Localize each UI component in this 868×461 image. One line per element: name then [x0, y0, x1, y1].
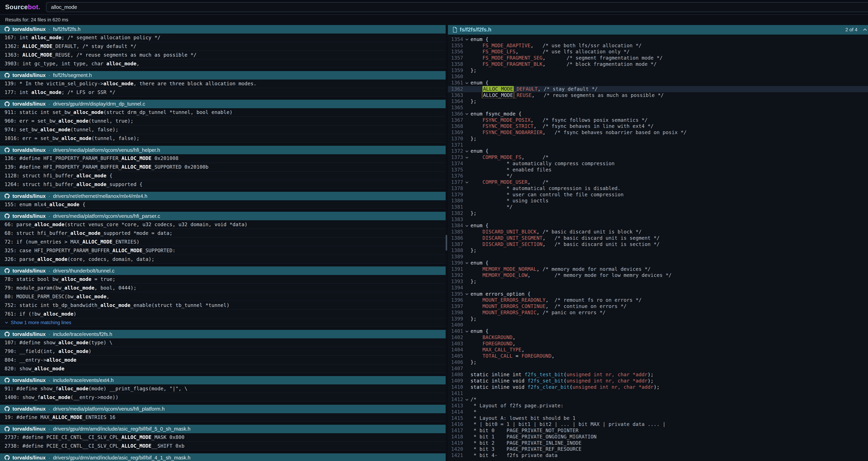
fold-toggle[interactable]: [463, 285, 470, 291]
fold-toggle[interactable]: [463, 210, 470, 217]
file-group-header[interactable]: torvalds/linux · drivers/gpu/drm/amd/inc…: [0, 453, 446, 461]
fold-toggle[interactable]: [463, 192, 470, 198]
file-group-header[interactable]: torvalds/linux · drivers/media/platform/…: [0, 146, 446, 154]
show-more-link[interactable]: Show 1 more matching lines: [0, 318, 446, 327]
fold-toggle[interactable]: [463, 61, 470, 67]
panel-resizer[interactable]: [446, 25, 448, 461]
fold-toggle[interactable]: [463, 241, 470, 248]
fold-toggle[interactable]: [463, 105, 470, 111]
file-group-header[interactable]: torvalds/linux · drivers/thunderbolt/tun…: [0, 266, 446, 275]
file-group-header[interactable]: torvalds/linux · drivers/media/platform/…: [0, 405, 446, 413]
match-row[interactable]: 78:static bool bw_alloc_mode = true;: [0, 275, 446, 284]
prev-match-button[interactable]: [863, 27, 867, 32]
match-row[interactable]: 155:enum mlx4_alloc_mode {: [0, 200, 446, 209]
fold-toggle[interactable]: [463, 117, 470, 123]
fold-toggle[interactable]: [463, 86, 470, 92]
match-row[interactable]: 761:if (!bw_alloc_mode): [0, 310, 446, 318]
match-row[interactable]: 1264:struct hfi_buffer_alloc_mode_suppor…: [0, 180, 446, 189]
code-viewer[interactable]: 1354 enum { 1355 FS_MODE_ADAPTIVE, /* us…: [448, 34, 868, 461]
fold-toggle[interactable]: [463, 185, 470, 192]
fold-toggle[interactable]: [463, 359, 470, 366]
fold-toggle[interactable]: [463, 173, 470, 179]
fold-toggle[interactable]: [463, 42, 470, 49]
file-group-header[interactable]: torvalds/linux · include/trace/events/ex…: [0, 376, 446, 384]
fold-toggle[interactable]: [463, 167, 470, 173]
file-group-header[interactable]: torvalds/linux · fs/f2fs/f2fs.h: [0, 25, 446, 33]
match-row[interactable]: 911:static int set_bw_alloc_mode(struct …: [0, 108, 446, 117]
match-row[interactable]: 1400:show_falloc_mode(__entry->mode)): [0, 393, 446, 402]
fold-toggle[interactable]: [463, 260, 470, 266]
fold-toggle[interactable]: [463, 335, 470, 341]
match-row[interactable]: 139:#define HFI_PROPERTY_PARAM_BUFFER_AL…: [0, 163, 446, 172]
fold-toggle[interactable]: [463, 378, 470, 384]
match-row[interactable]: 177:int alloc_mode; /* LFS or SSR */: [0, 88, 446, 97]
fold-toggle[interactable]: [463, 123, 470, 129]
panel-resizer-grip[interactable]: [446, 235, 447, 251]
fold-toggle[interactable]: [463, 229, 470, 235]
file-group-header[interactable]: torvalds/linux · drivers/gpu/drm/display…: [0, 100, 446, 108]
match-row[interactable]: 2737:#define PCIE_CI_CNTL__CI_SLV_CPL_AL…: [0, 433, 446, 442]
fold-toggle[interactable]: [463, 92, 470, 98]
fold-toggle[interactable]: [463, 161, 470, 167]
fold-toggle[interactable]: [463, 434, 470, 440]
file-group-header[interactable]: torvalds/linux · drivers/gpu/drm/amd/inc…: [0, 425, 446, 433]
match-row[interactable]: 79:module_param(bw_alloc_mode, bool, 044…: [0, 284, 446, 292]
search-input[interactable]: [46, 2, 868, 12]
fold-toggle[interactable]: [463, 136, 470, 142]
fold-toggle[interactable]: [463, 111, 470, 117]
app-logo[interactable]: Sourcebot.: [5, 3, 40, 11]
match-row[interactable]: 72:if (num_entries > MAX_ALLOC_MODE_ENTR…: [0, 238, 446, 246]
fold-toggle[interactable]: [463, 198, 470, 204]
match-row[interactable]: 752:static int tb_dp_bandwidth_alloc_mod…: [0, 301, 446, 310]
match-row[interactable]: 139:* In the victim_sel_policy->alloc_mo…: [0, 80, 446, 88]
fold-toggle[interactable]: [463, 179, 470, 185]
match-row[interactable]: 19:#define MAX_ALLOC_MODE_ENTRIES 16: [0, 413, 446, 422]
match-row[interactable]: 136:#define HFI_PROPERTY_PARAM_BUFFER_AL…: [0, 154, 446, 163]
fold-toggle[interactable]: [463, 428, 470, 434]
fold-toggle[interactable]: [463, 372, 470, 378]
results-panel[interactable]: torvalds/linux · fs/f2fs/f2fs.h 167:int …: [0, 25, 446, 461]
file-group-header[interactable]: torvalds/linux · include/trace/events/f2…: [0, 330, 446, 338]
fold-toggle[interactable]: [463, 217, 470, 223]
fold-toggle[interactable]: [463, 353, 470, 359]
fold-toggle[interactable]: [463, 409, 470, 415]
fold-toggle[interactable]: [463, 366, 470, 372]
fold-toggle[interactable]: [463, 452, 470, 459]
fold-toggle[interactable]: [463, 341, 470, 347]
match-row[interactable]: 804:__entry->alloc_mode: [0, 356, 446, 365]
fold-toggle[interactable]: [463, 204, 470, 210]
fold-toggle[interactable]: [463, 36, 470, 42]
fold-toggle[interactable]: [463, 148, 470, 154]
match-row[interactable]: 91:#define show_falloc_mode(mode) __prin…: [0, 384, 446, 393]
fold-toggle[interactable]: [463, 446, 470, 452]
fold-toggle[interactable]: [463, 390, 470, 397]
fold-toggle[interactable]: [463, 55, 470, 61]
match-row[interactable]: 960:err = set_bw_alloc_mode(tunnel, true…: [0, 117, 446, 125]
fold-toggle[interactable]: [463, 235, 470, 241]
fold-toggle[interactable]: [463, 310, 470, 316]
file-group-header[interactable]: torvalds/linux · drivers/media/platform/…: [0, 212, 446, 220]
fold-toggle[interactable]: [463, 67, 470, 74]
file-group-header[interactable]: torvalds/linux · drivers/net/ethernet/me…: [0, 192, 446, 200]
fold-toggle[interactable]: [463, 80, 470, 86]
match-row[interactable]: 1016:err = set_bw_alloc_mode(tunnel, fal…: [0, 134, 446, 143]
match-row[interactable]: 1362:ALLOC_MODE_DEFAULT, /* stay default…: [0, 42, 446, 51]
fold-toggle[interactable]: [463, 266, 470, 272]
match-row[interactable]: 790:__field(int, alloc_mode): [0, 347, 446, 356]
match-row[interactable]: 1363:ALLOC_MODE_REUSE, /* reuse segments…: [0, 51, 446, 60]
fold-toggle[interactable]: [463, 415, 470, 422]
fold-toggle[interactable]: [463, 316, 470, 322]
fold-toggle[interactable]: [463, 49, 470, 55]
fold-toggle[interactable]: [463, 303, 470, 310]
fold-toggle[interactable]: [463, 129, 470, 136]
match-row[interactable]: 820:show_alloc_mode: [0, 365, 446, 373]
match-row[interactable]: 1128:struct hfi_buffer_alloc_mode {: [0, 172, 446, 180]
match-row[interactable]: 2738:#define PCIE_CI_CNTL__CI_SLV_CPL_AL…: [0, 442, 446, 451]
match-row[interactable]: 80:MODULE_PARM_DESC(bw_alloc_mode,: [0, 292, 446, 301]
fold-toggle[interactable]: [463, 272, 470, 279]
fold-toggle[interactable]: [463, 154, 470, 161]
match-row[interactable]: 167:int alloc_mode; /* segment allocatio…: [0, 33, 446, 42]
fold-toggle[interactable]: [463, 247, 470, 254]
match-row[interactable]: 66:parse_alloc_mode(struct venus_core *c…: [0, 220, 446, 229]
fold-toggle[interactable]: [463, 297, 470, 303]
